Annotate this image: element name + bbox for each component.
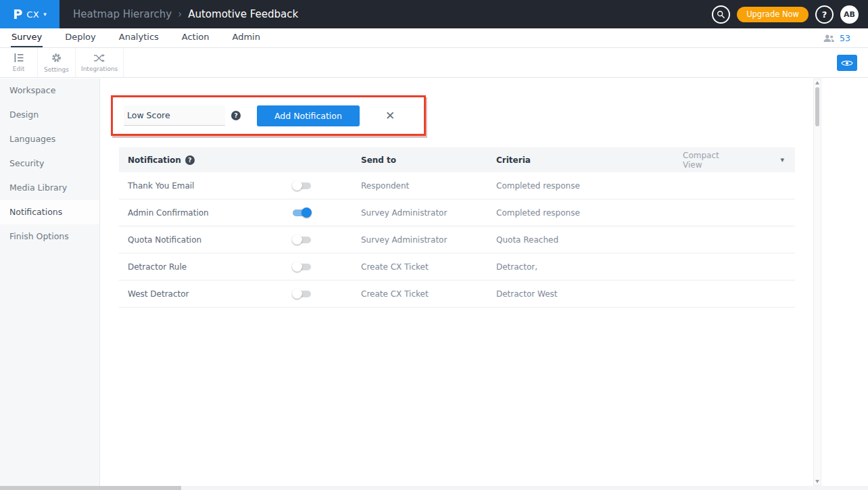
users-icon [823, 34, 835, 43]
send-to-value: Respondent [361, 181, 496, 191]
table-row[interactable]: Thank You Email Respondent Completed res… [119, 172, 795, 199]
tab-survey[interactable]: Survey [11, 28, 43, 47]
topbar-actions: Upgrade Now ? AB [712, 5, 868, 24]
help-button[interactable]: ? [815, 5, 834, 24]
tool-integrations-label: Integrations [81, 66, 118, 72]
col-criteria-label: Criteria [496, 155, 683, 165]
notification-name[interactable]: Quota Notification [119, 235, 291, 245]
scroll-down-arrow[interactable] [815, 480, 819, 483]
notification-name-input[interactable] [124, 105, 225, 126]
chevron-down-icon: ▾ [780, 155, 784, 164]
notification-name[interactable]: Thank You Email [119, 181, 291, 191]
table-row[interactable]: West Detractor Create CX Ticket Detracto… [119, 280, 795, 308]
tool-edit[interactable]: Edit [0, 48, 38, 77]
notification-name[interactable]: Detractor Rule [119, 262, 291, 272]
scroll-up-arrow[interactable] [815, 81, 819, 84]
search-button[interactable] [712, 5, 730, 24]
primary-nav: Survey Deploy Analytics Action Admin 53 [0, 28, 868, 48]
criteria-value: Quota Reached [496, 235, 683, 245]
respondents-summary: 53 [823, 33, 857, 47]
chevron-down-icon: ▾ [43, 11, 47, 18]
notifications-table: Notification ? Send to Criteria Compact … [119, 147, 795, 308]
top-bar: P CX ▾ Heatmap Hierarchy › Automotive Fe… [0, 0, 868, 28]
input-help-icon[interactable]: ? [231, 111, 241, 120]
notification-toggle[interactable] [293, 182, 311, 189]
notifications-panel: ? Add Notification ✕ Notification ? Send… [101, 78, 868, 486]
integrations-icon [93, 53, 105, 63]
col-notification-label: Notification [128, 155, 181, 165]
avatar[interactable]: AB [840, 5, 859, 24]
notification-help-icon[interactable]: ? [185, 155, 195, 165]
table-row[interactable]: Admin Confirmation Survey Administrator … [119, 199, 795, 226]
notification-name[interactable]: West Detractor [119, 289, 291, 299]
search-icon [717, 10, 725, 19]
sidebar-item-security[interactable]: Security [0, 151, 99, 176]
breadcrumb-parent-link[interactable]: Heatmap Hierarchy [73, 8, 172, 20]
criteria-value: Completed response [496, 208, 683, 218]
gear-icon [51, 52, 62, 64]
criteria-value: Completed response [496, 181, 683, 191]
scrollbar-thumb[interactable] [815, 87, 819, 126]
respondent-count[interactable]: 53 [840, 33, 850, 43]
sidebar-item-finish-options[interactable]: Finish Options [0, 224, 99, 249]
horizontal-scrollbar-thumb[interactable] [0, 486, 181, 490]
tool-integrations[interactable]: Integrations [76, 48, 124, 77]
breadcrumb: Heatmap Hierarchy › Automotive Feedback [73, 8, 298, 20]
tab-deploy[interactable]: Deploy [64, 28, 97, 47]
send-to-value: Create CX Ticket [361, 289, 496, 299]
tool-edit-label: Edit [13, 66, 24, 72]
breadcrumb-current: Automotive Feedback [188, 8, 298, 20]
product-label: CX [26, 9, 39, 20]
notification-toggle[interactable] [293, 264, 311, 270]
tab-admin[interactable]: Admin [232, 28, 261, 47]
criteria-value: Detractor West [496, 289, 683, 299]
send-to-value: Create CX Ticket [361, 262, 496, 272]
upgrade-now-button[interactable]: Upgrade Now [737, 7, 809, 22]
col-send-to-label: Send to [361, 155, 496, 165]
table-row[interactable]: Quota Notification Survey Administrator … [119, 226, 795, 253]
notification-toggle[interactable] [293, 210, 311, 216]
notification-toggle[interactable] [293, 237, 311, 243]
edit-list-icon [14, 53, 24, 63]
sidebar-item-media-library[interactable]: Media Library [0, 176, 99, 200]
criteria-value: Detractor, [496, 262, 683, 272]
add-notification-button[interactable]: Add Notification [257, 105, 360, 126]
tool-settings-label: Settings [44, 66, 69, 73]
close-icon[interactable]: ✕ [385, 110, 395, 122]
notification-toggle[interactable] [293, 291, 311, 297]
notification-name[interactable]: Admin Confirmation [119, 208, 291, 218]
breadcrumb-separator-icon: › [178, 8, 182, 20]
tool-settings[interactable]: Settings [38, 48, 76, 77]
questionpro-logo-icon: P [13, 8, 22, 21]
table-header: Notification ? Send to Criteria Compact … [119, 147, 795, 172]
settings-sidebar: Workspace Design Languages Security Medi… [0, 78, 100, 486]
eye-icon [841, 59, 853, 67]
sidebar-item-notifications[interactable]: Notifications [0, 200, 99, 224]
sidebar-item-workspace[interactable]: Workspace [0, 78, 99, 103]
survey-toolbar: Edit Settings Integrations [0, 48, 868, 78]
sidebar-item-languages[interactable]: Languages [0, 127, 99, 151]
horizontal-scrollbar[interactable] [0, 486, 868, 490]
send-to-value: Survey Administrator [361, 208, 496, 218]
nav-tabs: Survey Deploy Analytics Action Admin [11, 28, 261, 47]
send-to-value: Survey Administrator [361, 235, 496, 245]
table-row[interactable]: Detractor Rule Create CX Ticket Detracto… [119, 253, 795, 280]
question-mark-icon: ? [822, 9, 827, 20]
sidebar-item-design[interactable]: Design [0, 103, 99, 127]
vertical-scrollbar[interactable] [813, 78, 821, 486]
preview-button[interactable] [837, 55, 857, 71]
app-logo-menu[interactable]: P CX ▾ [0, 0, 59, 28]
add-notification-highlight: ? Add Notification ✕ [111, 95, 426, 136]
tab-action[interactable]: Action [181, 28, 210, 47]
compact-view-dropdown[interactable]: Compact View ▾ [683, 151, 795, 170]
compact-view-label: Compact View [683, 151, 731, 170]
tab-analytics[interactable]: Analytics [118, 28, 160, 47]
